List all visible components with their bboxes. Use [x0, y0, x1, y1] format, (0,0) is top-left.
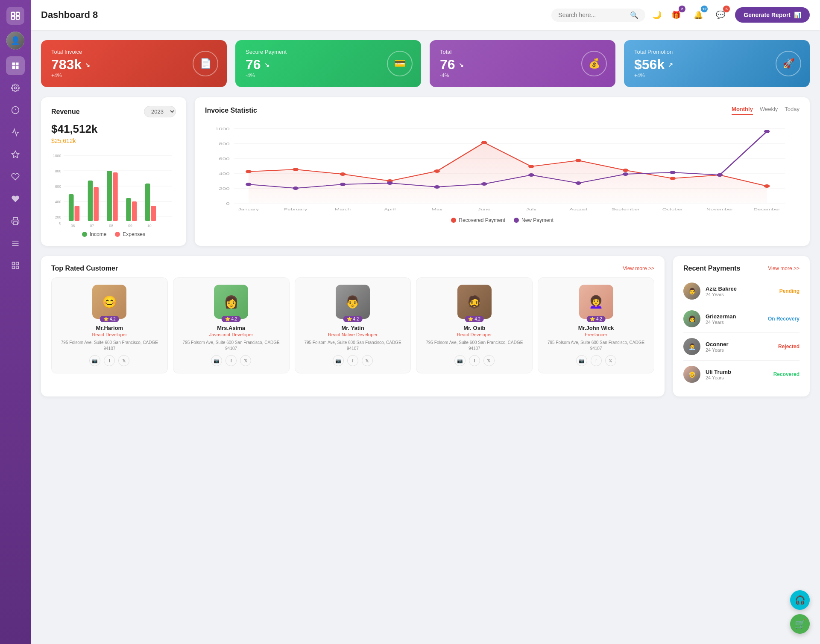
revenue-amount: $41,512k: [51, 122, 176, 136]
facebook-icon-0[interactable]: f: [104, 355, 115, 366]
fab-support[interactable]: 🎧: [790, 590, 810, 610]
payment-age-2: 24 Years: [706, 347, 773, 353]
theme-toggle-icon[interactable]: 🌙: [652, 10, 662, 20]
facebook-icon-3[interactable]: f: [469, 355, 480, 366]
tab-today[interactable]: Today: [785, 106, 800, 115]
svg-text:400: 400: [219, 172, 229, 176]
twitter-icon-4[interactable]: 𝕏: [605, 355, 616, 366]
revenue-legend: Income Expenses: [51, 231, 176, 237]
twitter-icon-1[interactable]: 𝕏: [240, 355, 251, 366]
sidebar-item-heart[interactable]: [6, 167, 25, 186]
payment-item-2: 👨‍💼 Oconner 24 Years Rejected: [683, 333, 800, 361]
sidebar-item-menu[interactable]: [6, 234, 25, 253]
invoice-legend: Recovered Payment New Payment: [205, 217, 800, 223]
twitter-icon-0[interactable]: 𝕏: [118, 355, 129, 366]
sidebar-item-settings[interactable]: [6, 79, 25, 97]
svg-point-57: [293, 168, 299, 171]
sidebar-item-info[interactable]: [6, 101, 25, 119]
notification-button[interactable]: 🔔 12: [691, 7, 706, 23]
facebook-icon-1[interactable]: f: [226, 355, 237, 366]
search-icon[interactable]: 🔍: [630, 11, 638, 19]
svg-text:April: April: [384, 207, 395, 211]
stat-change-total: -4%: [440, 73, 605, 79]
tab-weekly[interactable]: Weekly: [760, 106, 778, 115]
payments-view-more[interactable]: View more >>: [768, 265, 800, 271]
svg-point-64: [623, 169, 629, 172]
customer-address-0: 795 Folsom Ave, Suite 600 San Francisco,…: [57, 340, 162, 352]
customer-address-1: 795 Folsom Ave, Suite 600 San Francisco,…: [179, 340, 284, 352]
svg-text:600: 600: [219, 157, 229, 161]
sidebar-item-dashboard[interactable]: [6, 56, 25, 75]
charts-row: Revenue 202320222021 $41,512k $25,612k: [41, 97, 810, 246]
payment-info-1: Griezerman 24 Years: [706, 313, 763, 325]
stat-value-payment: 76 ↘: [246, 57, 411, 73]
customer-role-3: React Developer: [422, 332, 527, 337]
svg-text:800: 800: [55, 169, 62, 173]
customer-card-0: 😊 ⭐ 4.2 Mr.Hariom React Developer 795 Fo…: [51, 277, 168, 373]
trend-icon-total: ↘: [459, 61, 464, 68]
payment-name-0: Aziz Bakree: [706, 286, 774, 292]
customer-avatar-1: 👩 ⭐ 4.2: [214, 285, 248, 319]
twitter-icon-3[interactable]: 𝕏: [483, 355, 495, 366]
fab-cart[interactable]: 🛒: [790, 614, 810, 634]
chat-button[interactable]: 💬 5: [713, 7, 728, 23]
svg-marker-8: [12, 151, 19, 158]
svg-text:October: October: [662, 207, 683, 211]
stat-value-invoice: 783k ↘: [51, 57, 217, 73]
sidebar-logo[interactable]: [6, 7, 24, 25]
payments-header: Recent Payments View more >>: [683, 265, 800, 272]
svg-point-63: [575, 159, 581, 162]
facebook-icon-2[interactable]: f: [347, 355, 358, 366]
customer-role-2: React Native Developer: [300, 332, 406, 337]
svg-point-79: [764, 130, 770, 133]
svg-point-69: [293, 186, 299, 190]
stat-card-promotion: Total Promotion $56k ↗ +4% 🚀: [624, 40, 810, 87]
svg-rect-38: [132, 201, 137, 221]
stat-card-invoice: Total Invoice 783k ↘ +4% 📄: [41, 40, 227, 87]
svg-text:February: February: [284, 207, 308, 211]
payment-age-1: 24 Years: [706, 320, 763, 325]
trend-icon-promotion: ↗: [668, 61, 673, 68]
customers-header: Top Rated Customer View more >>: [51, 265, 654, 272]
payment-info-0: Aziz Bakree 24 Years: [706, 286, 774, 297]
customer-address-2: 795 Folsom Ave, Suite 600 San Francisco,…: [300, 340, 406, 352]
instagram-icon-0[interactable]: 📷: [89, 355, 100, 366]
svg-point-61: [481, 141, 487, 144]
svg-point-65: [670, 177, 676, 180]
facebook-icon-4[interactable]: f: [591, 355, 602, 366]
sidebar-item-star[interactable]: [6, 145, 25, 164]
sidebar-item-print[interactable]: [6, 212, 25, 230]
svg-text:January: January: [238, 207, 259, 211]
generate-report-button[interactable]: Generate Report 📊: [735, 7, 810, 23]
svg-point-71: [387, 181, 393, 185]
svg-point-60: [434, 169, 440, 173]
instagram-icon-1[interactable]: 📷: [211, 355, 222, 366]
svg-rect-29: [75, 206, 80, 221]
stat-change-invoice: +4%: [51, 73, 217, 79]
customers-view-more[interactable]: View more >>: [623, 265, 654, 271]
payment-status-1: On Recovery: [768, 316, 800, 322]
avatar[interactable]: 👤: [6, 32, 24, 50]
instagram-icon-3[interactable]: 📷: [454, 355, 466, 366]
sidebar-item-list[interactable]: [6, 256, 25, 275]
customer-card-2: 👨 ⭐ 4.2 Mr. Yatin React Native Developer…: [295, 277, 411, 373]
instagram-icon-2[interactable]: 📷: [333, 355, 344, 366]
instagram-icon-4[interactable]: 📷: [576, 355, 587, 366]
tab-monthly[interactable]: Monthly: [732, 106, 753, 115]
payment-item-3: 👴 Uli Trumb 24 Years Recovered: [683, 361, 800, 388]
year-selector[interactable]: 202320222021: [144, 106, 176, 117]
trend-icon-payment: ↘: [264, 61, 269, 68]
svg-rect-1: [16, 12, 19, 15]
sidebar-item-chart[interactable]: [6, 123, 25, 142]
twitter-icon-2[interactable]: 𝕏: [362, 355, 373, 366]
search-input[interactable]: [558, 12, 627, 18]
payment-age-0: 24 Years: [706, 292, 774, 297]
invoice-title: Invoice Statistic: [205, 107, 257, 114]
svg-rect-16: [16, 266, 19, 269]
gift-button[interactable]: 🎁 2: [668, 7, 684, 23]
customer-role-4: Freelancer: [543, 332, 649, 337]
svg-text:0: 0: [59, 221, 61, 225]
sidebar-item-heart2[interactable]: [6, 189, 25, 208]
payment-age-3: 24 Years: [706, 375, 768, 380]
payment-info-2: Oconner 24 Years: [706, 341, 773, 353]
